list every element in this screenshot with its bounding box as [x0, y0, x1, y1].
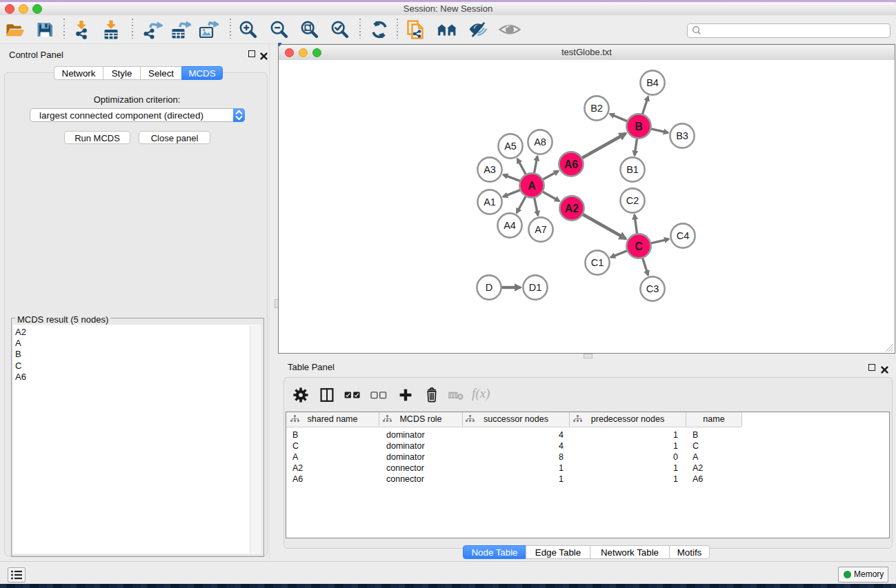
svg-text:B4: B4 [646, 77, 659, 88]
svg-text:B1: B1 [626, 164, 639, 175]
svg-text:C1: C1 [591, 257, 604, 268]
svg-text:C3: C3 [646, 283, 659, 294]
svg-text:D1: D1 [529, 282, 542, 293]
svg-text:A6: A6 [564, 159, 579, 170]
svg-text:C: C [635, 241, 643, 252]
svg-text:A1: A1 [484, 196, 496, 207]
svg-text:B2: B2 [590, 103, 603, 114]
svg-text:C2: C2 [626, 195, 639, 206]
svg-text:A8: A8 [534, 136, 546, 148]
svg-text:C4: C4 [677, 230, 690, 241]
svg-text:B: B [635, 121, 643, 132]
svg-text:A: A [528, 180, 536, 192]
svg-text:B3: B3 [676, 130, 688, 141]
svg-text:A4: A4 [504, 220, 516, 231]
svg-text:D: D [486, 282, 492, 293]
svg-text:A3: A3 [484, 164, 496, 175]
svg-text:A2: A2 [565, 203, 579, 214]
svg-text:A7: A7 [535, 224, 547, 235]
svg-text:A5: A5 [504, 141, 517, 152]
